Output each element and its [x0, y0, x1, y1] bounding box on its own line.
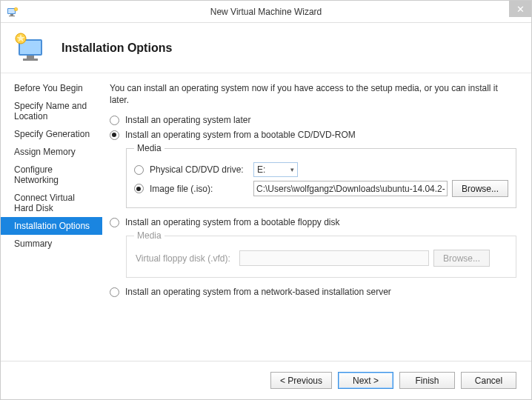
radio-install-floppy[interactable]	[110, 218, 119, 227]
step-connect-vhd[interactable]: Connect Virtual Hard Disk	[1, 189, 102, 217]
option-install-later[interactable]: Install an operating system later	[110, 115, 516, 125]
image-file-path-input[interactable]: C:\Users\wolfgangz\Downloads\ubuntu-14.0…	[253, 181, 448, 196]
step-specify-name[interactable]: Specify Name and Location	[1, 97, 102, 125]
floppy-media-group: Media Virtual floppy disk (.vfd): Browse…	[126, 230, 516, 278]
cd-physical-row: Physical CD/DVD drive: E: ▾	[134, 162, 508, 177]
wizard-steps-sidebar: Before You Begin Specify Name and Locati…	[1, 73, 102, 361]
cd-media-legend: Media	[134, 143, 164, 153]
title-bar: New Virtual Machine Wizard ✕	[1, 1, 531, 23]
browse-vfd-button: Browse...	[433, 250, 490, 267]
wizard-main-panel: You can install an operating system now …	[102, 73, 531, 361]
physical-drive-value: E:	[257, 164, 265, 175]
svg-point-4	[14, 7, 18, 11]
cancel-button[interactable]: Cancel	[461, 372, 516, 389]
chevron-down-icon: ▾	[290, 166, 294, 173]
intro-text: You can install an operating system now …	[110, 82, 516, 106]
hyperv-app-icon	[7, 6, 19, 18]
svg-rect-2	[10, 14, 13, 16]
browse-iso-button[interactable]: Browse...	[452, 180, 508, 197]
wizard-body: Before You Begin Specify Name and Locati…	[1, 73, 531, 361]
option-install-network-label: Install an operating system from a netwo…	[125, 287, 391, 297]
image-file-label: Image file (.iso):	[150, 184, 253, 194]
radio-physical-drive[interactable]	[134, 165, 144, 175]
svg-rect-8	[23, 59, 38, 61]
step-configure-networking[interactable]: Configure Networking	[1, 161, 102, 189]
physical-drive-label: Physical CD/DVD drive:	[150, 164, 253, 175]
option-install-floppy-label: Install an operating system from a boota…	[125, 217, 340, 227]
wizard-monitor-icon	[13, 30, 48, 66]
svg-rect-7	[27, 56, 34, 59]
next-button[interactable]: Next >	[338, 372, 393, 389]
vfd-path-input	[239, 250, 429, 266]
physical-drive-select[interactable]: E: ▾	[253, 162, 298, 177]
radio-image-file[interactable]	[134, 184, 144, 193]
close-icon: ✕	[516, 4, 525, 15]
floppy-vfd-row: Virtual floppy disk (.vfd): Browse...	[134, 250, 508, 267]
close-button[interactable]: ✕	[509, 1, 531, 17]
step-assign-memory[interactable]: Assign Memory	[1, 143, 102, 161]
cd-image-row: Image file (.iso): C:\Users\wolfgangz\Do…	[134, 180, 508, 197]
option-install-cd[interactable]: Install an operating system from a boota…	[110, 130, 516, 140]
radio-install-network[interactable]	[110, 287, 119, 297]
option-install-network[interactable]: Install an operating system from a netwo…	[110, 287, 516, 297]
option-install-floppy[interactable]: Install an operating system from a boota…	[110, 217, 516, 227]
step-installation-options[interactable]: Installation Options	[1, 217, 102, 235]
previous-button[interactable]: < Previous	[270, 372, 332, 389]
radio-install-cd[interactable]	[110, 130, 119, 140]
step-summary[interactable]: Summary	[1, 235, 102, 253]
wizard-header: Installation Options	[1, 23, 531, 73]
window-title: New Virtual Machine Wizard	[1, 7, 531, 17]
svg-rect-3	[9, 16, 15, 16]
floppy-media-legend: Media	[134, 230, 164, 241]
radio-install-later[interactable]	[110, 116, 119, 125]
step-specify-generation[interactable]: Specify Generation	[1, 125, 102, 143]
svg-rect-1	[8, 9, 15, 13]
option-install-later-label: Install an operating system later	[125, 115, 250, 125]
vfd-label: Virtual floppy disk (.vfd):	[136, 253, 239, 264]
option-install-cd-label: Install an operating system from a boota…	[125, 130, 356, 140]
finish-button[interactable]: Finish	[399, 372, 455, 389]
cd-media-group: Media Physical CD/DVD drive: E: ▾ Image …	[126, 143, 516, 208]
wizard-footer: < Previous Next > Finish Cancel	[1, 361, 531, 399]
step-before-you-begin[interactable]: Before You Begin	[1, 79, 102, 97]
page-title: Installation Options	[61, 41, 172, 55]
